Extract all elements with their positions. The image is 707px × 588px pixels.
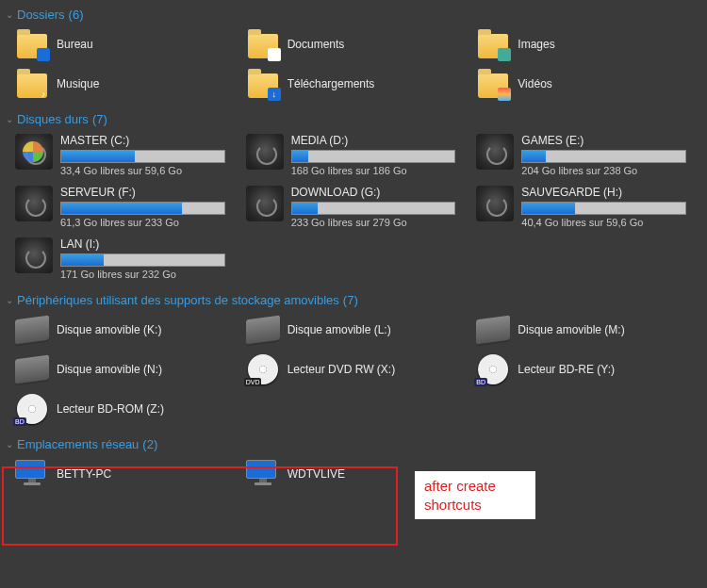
removable-drive-icon xyxy=(476,315,510,344)
removable-label: Disque amovible (N:) xyxy=(57,363,162,376)
removable-drive-icon xyxy=(246,315,280,344)
drive-body: SAUVEGARDE (H:) 40,4 Go libres sur 59,6 … xyxy=(521,186,698,228)
usage-bar xyxy=(291,202,456,215)
folder-label: Vidéos xyxy=(518,77,551,90)
folder-label: Bureau xyxy=(57,38,93,51)
removable-item[interactable]: DVD Lecteur DVD RW (X:) xyxy=(242,351,471,388)
dvd-icon: DVD xyxy=(248,354,278,384)
drive-body: GAMES (E:) 204 Go libres sur 238 Go xyxy=(521,134,698,176)
drive-name: SAUVEGARDE (H:) xyxy=(521,186,686,199)
hard-drive-icon xyxy=(15,186,53,221)
network-grid: BETTY-PC WDTVLIVE xyxy=(6,453,701,498)
chevron-down-icon: ⌄ xyxy=(6,439,13,449)
removable-item[interactable]: Disque amovible (N:) xyxy=(11,351,240,388)
drive-free-text: 233 Go libres sur 279 Go xyxy=(291,217,456,228)
drive-body: LAN (I:) 171 Go libres sur 232 Go xyxy=(60,237,237,280)
section-header-folders[interactable]: ⌄ Dossiers (6) xyxy=(6,4,701,24)
network-location[interactable]: BETTY-PC xyxy=(11,455,240,493)
folder-label: Images xyxy=(518,38,554,51)
drive-name: MEDIA (D:) xyxy=(291,134,456,147)
removable-label: Lecteur BD-RE (Y:) xyxy=(518,363,615,376)
removable-item[interactable]: BD Lecteur BD-ROM (Z:) xyxy=(11,390,240,428)
chevron-down-icon: ⌄ xyxy=(6,114,13,124)
section-count: (7) xyxy=(343,293,358,307)
folder-musique[interactable]: ♪ Musique xyxy=(11,65,240,103)
chevron-down-icon: ⌄ xyxy=(6,9,13,20)
removable-drive-icon xyxy=(15,315,49,344)
drive-body: MASTER (C:) 33,4 Go libres sur 59,6 Go xyxy=(60,134,237,176)
drive-name: GAMES (E:) xyxy=(521,134,686,147)
network-label: WDTVLIVE xyxy=(288,467,345,481)
drive-name: SERVEUR (F:) xyxy=(60,186,225,199)
drive-free-text: 61,3 Go libres sur 233 Go xyxy=(60,217,225,228)
section-title: Périphériques utilisant des supports de … xyxy=(17,293,339,307)
drive-free-text: 171 Go libres sur 232 Go xyxy=(60,269,225,280)
removable-item[interactable]: Disque amovible (M:) xyxy=(472,311,701,349)
removable-grid: Disque amovible (K:) Disque amovible (L:… xyxy=(6,309,701,433)
drive-body: DOWNLOAD (G:) 233 Go libres sur 279 Go xyxy=(291,186,468,228)
folder-label: Téléchargements xyxy=(288,77,375,90)
usage-bar xyxy=(521,150,686,163)
section-header-drives[interactable]: ⌄ Disques durs (7) xyxy=(6,108,701,128)
folders-grid: Bureau Documents Images ♪ Musique ↓ Télé… xyxy=(6,24,701,108)
folder-icon xyxy=(246,27,280,61)
drive-free-text: 204 Go libres sur 238 Go xyxy=(521,165,686,176)
hard-drive-icon xyxy=(476,186,514,221)
annotation-note: after create shortcuts xyxy=(415,471,535,519)
folder-telechargements[interactable]: ↓ Téléchargements xyxy=(242,65,471,103)
computer-icon xyxy=(246,460,280,488)
bluray-icon: BD xyxy=(478,354,508,384)
section-count: (6) xyxy=(69,8,84,22)
drive-item[interactable]: GAMES (E:) 204 Go libres sur 238 Go xyxy=(472,130,701,180)
drive-body: SERVEUR (F:) 61,3 Go libres sur 233 Go xyxy=(60,186,237,228)
drive-name: DOWNLOAD (G:) xyxy=(291,186,456,199)
removable-item[interactable]: Disque amovible (L:) xyxy=(242,311,471,349)
drive-item[interactable]: SAUVEGARDE (H:) 40,4 Go libres sur 59,6 … xyxy=(472,182,701,232)
drive-name: MASTER (C:) xyxy=(60,134,225,147)
drive-item[interactable]: SERVEUR (F:) 61,3 Go libres sur 233 Go xyxy=(11,182,240,232)
bluray-icon: BD xyxy=(17,394,47,424)
folder-icon xyxy=(15,27,49,61)
section-count: (2) xyxy=(142,437,157,451)
drive-item[interactable]: MEDIA (D:) 168 Go libres sur 186 Go xyxy=(242,130,471,180)
hard-drive-icon xyxy=(476,134,514,170)
folder-icon xyxy=(476,67,510,101)
drive-item[interactable]: MASTER (C:) 33,4 Go libres sur 59,6 Go xyxy=(11,130,240,180)
removable-drive-icon xyxy=(15,354,49,384)
computer-icon xyxy=(15,460,49,488)
drive-body: MEDIA (D:) 168 Go libres sur 186 Go xyxy=(291,134,468,176)
folder-images[interactable]: Images xyxy=(472,25,701,63)
usage-bar xyxy=(291,150,456,163)
drives-grid: MASTER (C:) 33,4 Go libres sur 59,6 Go M… xyxy=(6,128,701,289)
section-header-removable[interactable]: ⌄ Périphériques utilisant des supports d… xyxy=(6,289,701,309)
folder-label: Documents xyxy=(288,38,345,51)
drive-free-text: 33,4 Go libres sur 59,6 Go xyxy=(60,165,225,176)
section-header-network[interactable]: ⌄ Emplacements réseau (2) xyxy=(6,433,701,453)
removable-label: Disque amovible (M:) xyxy=(518,323,624,336)
folder-videos[interactable]: Vidéos xyxy=(472,65,701,103)
section-title: Emplacements réseau xyxy=(17,437,139,451)
folder-documents[interactable]: Documents xyxy=(242,25,471,63)
usage-bar xyxy=(521,202,686,215)
removable-item[interactable]: Disque amovible (K:) xyxy=(11,311,240,349)
folder-bureau[interactable]: Bureau xyxy=(11,25,240,63)
drive-item[interactable]: LAN (I:) 171 Go libres sur 232 Go xyxy=(11,234,240,284)
usage-bar xyxy=(60,150,225,163)
section-count: (7) xyxy=(92,112,107,126)
removable-label: Lecteur BD-ROM (Z:) xyxy=(57,402,164,416)
drive-name: LAN (I:) xyxy=(60,237,225,251)
chevron-down-icon: ⌄ xyxy=(6,295,13,305)
removable-item[interactable]: BD Lecteur BD-RE (Y:) xyxy=(472,351,701,388)
removable-label: Disque amovible (L:) xyxy=(288,323,391,336)
hard-drive-icon xyxy=(246,134,284,170)
hard-drive-icon xyxy=(246,186,284,221)
drive-free-text: 168 Go libres sur 186 Go xyxy=(291,165,456,176)
hard-drive-icon xyxy=(15,237,53,273)
folder-label: Musique xyxy=(57,77,99,90)
folder-icon: ↓ xyxy=(246,67,280,101)
folder-icon xyxy=(476,27,510,61)
folder-icon: ♪ xyxy=(15,67,49,101)
drive-item[interactable]: DOWNLOAD (G:) 233 Go libres sur 279 Go xyxy=(242,182,471,232)
removable-label: Disque amovible (K:) xyxy=(57,323,161,336)
network-label: BETTY-PC xyxy=(57,467,111,481)
